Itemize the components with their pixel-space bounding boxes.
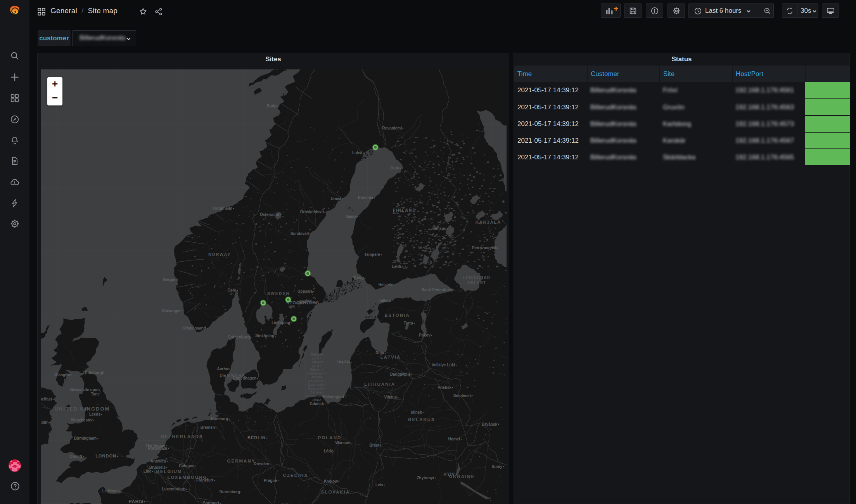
- svg-text:Glasgow: Glasgow: [54, 373, 71, 377]
- svg-text:Stavanger: Stavanger: [162, 309, 181, 313]
- svg-text:UNITED KINGDOM: UNITED KINGDOM: [55, 406, 110, 412]
- svg-text:Baltijas: Baltijas: [310, 352, 323, 356]
- svg-text:Uppsala: Uppsala: [297, 289, 313, 293]
- svg-text:море: море: [312, 398, 321, 402]
- svg-text:Oslo: Oslo: [228, 288, 236, 292]
- svg-text:Helsinki: Helsinki: [379, 283, 394, 287]
- svg-text:Tyne: Tyne: [91, 392, 100, 396]
- svg-text:Rotterdam: Rotterdam: [148, 446, 167, 450]
- svg-text:Krakow: Krakow: [324, 479, 338, 483]
- svg-text:Trondheim: Trondheim: [213, 206, 232, 211]
- svg-text:Lahti: Lahti: [392, 264, 401, 269]
- svg-text:Балтийское: Балтийское: [306, 394, 328, 398]
- svg-text:Kokkola: Kokkola: [358, 196, 373, 200]
- svg-text:Gdansk: Gdansk: [310, 402, 324, 406]
- svg-text:jūra /: jūra /: [312, 356, 322, 360]
- svg-text:Itämeri /: Itämeri /: [310, 368, 324, 371]
- svg-text:Sumy: Sumy: [492, 464, 503, 469]
- svg-text:Linköping: Linköping: [271, 321, 290, 325]
- svg-text:Minsk: Minsk: [411, 410, 422, 414]
- svg-text:Vilnius: Vilnius: [384, 395, 397, 399]
- svg-text:BELGIUM: BELGIUM: [156, 469, 182, 474]
- svg-text:CZECHIA: CZECHIA: [283, 473, 308, 478]
- svg-text:Leeds: Leeds: [89, 412, 100, 416]
- svg-text:Gothenburg: Gothenburg: [228, 335, 250, 339]
- svg-text:Lviv: Lviv: [375, 483, 383, 487]
- svg-text:LENINGRAD: LENINGRAD: [463, 276, 490, 280]
- svg-text:Stuttgart: Stuttgart: [203, 501, 219, 504]
- svg-text:Bremen: Bremen: [201, 425, 215, 430]
- svg-text:OBLAST: OBLAST: [467, 281, 486, 285]
- svg-text:Liepāja: Liepāja: [337, 360, 350, 364]
- svg-text:Luxembourg: Luxembourg: [162, 487, 185, 491]
- svg-text:Prague: Prague: [264, 478, 277, 483]
- svg-text:BERLIN: BERLIN: [247, 435, 266, 440]
- svg-text:Bergen: Bergen: [163, 278, 176, 282]
- svg-text:FINLAND: FINLAND: [393, 208, 416, 212]
- svg-text:Vaasa: Vaasa: [346, 214, 357, 219]
- svg-text:Edinburgh: Edinburgh: [85, 371, 104, 375]
- svg-text:SWEDEN: SWEDEN: [267, 291, 290, 296]
- svg-text:Birmingham: Birmingham: [74, 436, 97, 440]
- svg-text:Łódź: Łódź: [324, 449, 333, 453]
- svg-text:LONDON: LONDON: [95, 454, 116, 458]
- svg-text:NORWAY: NORWAY: [208, 252, 231, 257]
- svg-text:Warsaw: Warsaw: [335, 441, 350, 445]
- svg-text:Riga: Riga: [375, 351, 384, 355]
- svg-text:Vitebsk: Vitebsk: [438, 385, 452, 390]
- svg-text:Tampere: Tampere: [364, 252, 380, 257]
- svg-text:GERMANY: GERMANY: [227, 459, 256, 463]
- svg-text:Copenhagen: Copenhagen: [233, 376, 256, 380]
- svg-text:Sundsvall: Sundsvall: [291, 231, 309, 236]
- svg-text:Tartu: Tartu: [404, 321, 413, 325]
- svg-text:jūra /: jūra /: [312, 364, 322, 368]
- svg-text:Tallinn: Tallinn: [379, 299, 391, 303]
- svg-text:STOCKHOLM: STOCKHOLM: [286, 300, 317, 305]
- svg-text:Newcastle upon: Newcastle upon: [70, 388, 100, 392]
- svg-text:Lille: Lille: [144, 469, 151, 473]
- svg-text:PARIS: PARIS: [129, 499, 144, 504]
- svg-text:Dresden: Dresden: [254, 462, 269, 466]
- svg-text:Jönköping: Jönköping: [254, 334, 274, 338]
- svg-text:Velikiye Luki: Velikiye Luki: [432, 363, 455, 367]
- svg-text:Morze: Morze: [311, 375, 322, 379]
- svg-text:Brest: Brest: [369, 443, 379, 447]
- svg-text:Smolensk: Smolensk: [453, 394, 472, 398]
- svg-text:KYIV: KYIV: [443, 472, 455, 476]
- svg-text:Belfast: Belfast: [41, 397, 52, 401]
- svg-text:Turku: Turku: [353, 276, 364, 280]
- svg-text:Zhytomyr: Zhytomyr: [417, 476, 434, 480]
- svg-text:BELARUS: BELARUS: [408, 417, 435, 422]
- svg-text:Nuremberg: Nuremberg: [220, 490, 240, 494]
- svg-text:LITHUANIA: LITHUANIA: [364, 382, 395, 387]
- svg-text:Daugavpils: Daugavpils: [390, 372, 411, 376]
- svg-text:Luleå: Luleå: [352, 151, 363, 155]
- svg-text:LATVIA: LATVIA: [380, 355, 401, 359]
- svg-text:Hamburg: Hamburg: [211, 417, 228, 421]
- svg-text:Saint Petersburg: Saint Petersburg: [422, 288, 453, 292]
- svg-text:Bryansk: Bryansk: [482, 422, 498, 426]
- svg-text:Östersund: Östersund: [260, 212, 279, 217]
- svg-text:Brussels: Brussels: [149, 465, 166, 469]
- svg-text:Rovaniemi: Rovaniemi: [382, 126, 402, 130]
- svg-text:Östersjön /: Östersjön /: [307, 383, 327, 387]
- svg-text:Pskov: Pskov: [419, 333, 431, 337]
- svg-text:ESTONIA: ESTONIA: [385, 313, 410, 318]
- svg-text:Ostsee /: Ostsee /: [310, 390, 325, 394]
- svg-text:Frankfurt: Frankfurt: [196, 478, 214, 482]
- svg-text:Petrozavodsk: Petrozavodsk: [472, 246, 497, 250]
- svg-text:Bodø: Bodø: [266, 104, 277, 108]
- svg-text:Le Havre: Le Havre: [102, 489, 119, 493]
- svg-text:Kristiansand: Kristiansand: [182, 326, 206, 330]
- svg-text:Homel: Homel: [448, 437, 460, 441]
- svg-text:NETHERLANDS: NETHERLANDS: [161, 434, 203, 439]
- svg-text:Cologne: Cologne: [179, 464, 194, 468]
- svg-text:Manchester: Manchester: [71, 418, 93, 422]
- svg-text:SLOVAKIA: SLOVAKIA: [321, 490, 350, 494]
- svg-text:Örnsköldsvik: Örnsköldsvik: [300, 209, 325, 214]
- svg-text:Oulu: Oulu: [390, 166, 399, 170]
- svg-text:Ostersjön /: Ostersjön /: [307, 387, 327, 390]
- svg-text:Joensuu: Joensuu: [431, 226, 446, 231]
- svg-text:Aarhus: Aarhus: [217, 367, 231, 371]
- svg-text:POLAND: POLAND: [318, 435, 342, 440]
